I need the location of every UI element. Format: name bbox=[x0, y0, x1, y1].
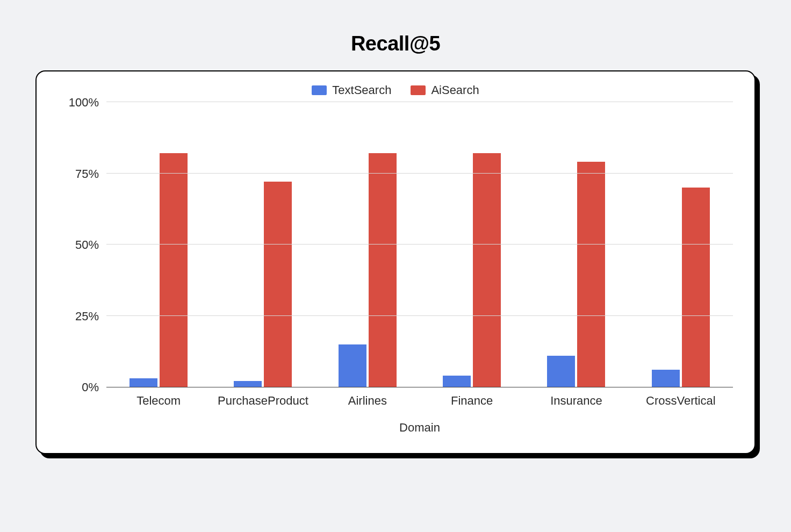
bar-group bbox=[629, 103, 733, 387]
bar bbox=[234, 381, 262, 387]
x-axis-labels: TelecomPurchaseProductAirlinesFinanceIns… bbox=[106, 394, 733, 408]
gridline bbox=[106, 315, 733, 316]
plot-row: 0%25%50%75%100% bbox=[58, 103, 733, 387]
chart-card: TextSearchAiSearch 0%25%50%75%100% Telec… bbox=[35, 70, 756, 454]
bar bbox=[443, 376, 471, 387]
x-axis-title: Domain bbox=[106, 421, 733, 435]
x-tick-label: Telecom bbox=[106, 394, 211, 408]
gridline bbox=[106, 173, 733, 174]
legend-label: TextSearch bbox=[332, 83, 391, 97]
y-tick-label: 25% bbox=[58, 310, 99, 323]
bar bbox=[473, 153, 501, 387]
bar-group bbox=[106, 103, 211, 387]
bar bbox=[160, 153, 188, 387]
x-tick-label: Airlines bbox=[315, 394, 420, 408]
bar bbox=[652, 370, 680, 387]
legend-swatch bbox=[312, 85, 327, 95]
bar bbox=[130, 378, 157, 387]
chart-container: Recall@5 TextSearchAiSearch 0%25%50%75%1… bbox=[35, 32, 756, 454]
gridline bbox=[106, 244, 733, 245]
chart-title: Recall@5 bbox=[35, 32, 756, 55]
bar-group bbox=[315, 103, 420, 387]
y-tick-label: 50% bbox=[58, 238, 99, 252]
bar-groups bbox=[106, 103, 733, 387]
plot-area bbox=[106, 103, 733, 387]
x-tick-label: CrossVertical bbox=[629, 394, 733, 408]
legend: TextSearchAiSearch bbox=[58, 83, 733, 97]
bar bbox=[547, 356, 575, 387]
bar bbox=[339, 344, 366, 387]
bar-group bbox=[420, 103, 524, 387]
y-tick-label: 100% bbox=[58, 96, 99, 110]
x-tick-label: Insurance bbox=[524, 394, 628, 408]
y-tick-label: 75% bbox=[58, 167, 99, 181]
bar bbox=[264, 182, 292, 387]
bar bbox=[577, 162, 605, 387]
bar bbox=[682, 188, 710, 387]
y-axis: 0%25%50%75%100% bbox=[58, 103, 106, 387]
x-tick-label: PurchaseProduct bbox=[211, 394, 315, 408]
legend-item: AiSearch bbox=[411, 83, 479, 97]
legend-label: AiSearch bbox=[431, 83, 479, 97]
gridline bbox=[106, 102, 733, 102]
bar-group bbox=[211, 103, 315, 387]
y-tick-label: 0% bbox=[58, 380, 99, 394]
legend-swatch bbox=[411, 85, 426, 95]
legend-item: TextSearch bbox=[312, 83, 391, 97]
bar-group bbox=[524, 103, 628, 387]
x-tick-label: Finance bbox=[420, 394, 524, 408]
bar bbox=[369, 153, 397, 387]
